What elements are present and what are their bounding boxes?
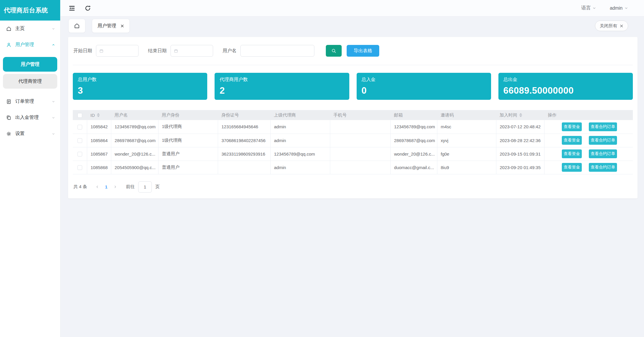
stat-total-withdrawal: 总出金 66089.50000000 bbox=[498, 73, 633, 100]
end-date-field[interactable] bbox=[181, 48, 210, 53]
document-icon bbox=[6, 99, 12, 105]
tab-home[interactable] bbox=[68, 19, 85, 33]
divider bbox=[73, 65, 633, 65]
page-number-1[interactable]: 1 bbox=[105, 184, 107, 189]
view-contract-orders-button[interactable]: 查看合约订单 bbox=[589, 136, 617, 145]
cell-parent: admin bbox=[270, 134, 330, 147]
cell-username: 123456789@qq.com bbox=[111, 120, 158, 134]
sidebar-item-home[interactable]: 主页 bbox=[0, 21, 60, 37]
cell-phone bbox=[330, 147, 390, 161]
refresh-icon[interactable] bbox=[84, 5, 91, 12]
chevron-down-icon bbox=[51, 132, 55, 136]
sidebar-menu: 主页 用户管理 用户管理 代理商管理 订单管理 bbox=[0, 21, 60, 142]
header-id-card: 身份证号 bbox=[218, 110, 270, 120]
search-button[interactable] bbox=[326, 45, 342, 57]
home-icon bbox=[6, 26, 12, 32]
tab-user-mgmt[interactable]: 用户管理 bbox=[92, 19, 130, 33]
cell-username: 286978687@qq.com bbox=[111, 134, 158, 147]
sidebar-item-order-mgmt[interactable]: 订单管理 bbox=[0, 93, 60, 109]
header-parent-agent: 上级代理商 bbox=[270, 110, 330, 120]
content-area: 用户管理 关闭所有 开始日期 bbox=[60, 16, 644, 337]
view-contract-orders-button[interactable]: 查看合约订单 bbox=[589, 122, 617, 131]
sidebar-item-fund-mgmt[interactable]: 出入金管理 bbox=[0, 109, 60, 126]
row-checkbox[interactable] bbox=[77, 125, 82, 129]
filter-row: 开始日期 结束日期 用户名 bbox=[73, 45, 633, 57]
header-join-time[interactable]: 加入时间 bbox=[496, 110, 544, 120]
view-contract-orders-button[interactable]: 查看合约订单 bbox=[589, 163, 617, 172]
row-checkbox[interactable] bbox=[77, 165, 82, 170]
row-checkbox[interactable] bbox=[77, 152, 82, 156]
start-date-label: 开始日期 bbox=[73, 48, 92, 54]
sort-icon[interactable] bbox=[97, 113, 100, 117]
user-icon bbox=[6, 42, 12, 48]
cell-username: wonder_20@126.c... bbox=[111, 147, 158, 161]
user-label: admin bbox=[610, 6, 623, 11]
start-date-input[interactable] bbox=[96, 45, 139, 57]
cell-invite: fg0e bbox=[437, 147, 496, 161]
main-area: 语言 admin 用户管理 bbox=[60, 0, 644, 337]
next-page-icon[interactable] bbox=[112, 185, 119, 189]
chevron-up-icon bbox=[51, 43, 55, 47]
username-field[interactable] bbox=[244, 48, 311, 53]
sidebar-item-label: 设置 bbox=[15, 131, 25, 137]
view-funds-button[interactable]: 查看资金 bbox=[562, 163, 582, 172]
sidebar-item-user-mgmt[interactable]: 用户管理 bbox=[0, 37, 60, 53]
cell-id-card: 362331198609293916 bbox=[218, 147, 270, 161]
view-contract-orders-button[interactable]: 查看合约订单 bbox=[589, 149, 617, 158]
calendar-icon bbox=[99, 49, 104, 53]
submenu-item-user-mgmt[interactable]: 用户管理 bbox=[3, 57, 57, 72]
close-icon[interactable] bbox=[120, 24, 124, 28]
submenu-item-agent-mgmt[interactable]: 代理商管理 bbox=[3, 74, 57, 89]
copy-files-icon bbox=[6, 115, 12, 121]
cell-role: 1级代理商 bbox=[158, 120, 218, 134]
search-icon bbox=[331, 48, 337, 54]
start-date-field[interactable] bbox=[106, 48, 135, 53]
chevron-down-icon bbox=[51, 116, 55, 120]
tab-label: 用户管理 bbox=[97, 23, 116, 29]
close-all-button[interactable]: 关闭所有 bbox=[595, 21, 628, 31]
sidebar-item-label: 用户管理 bbox=[15, 42, 34, 48]
row-checkbox[interactable] bbox=[77, 138, 82, 143]
end-date-label: 结束日期 bbox=[148, 48, 167, 54]
stat-value: 0 bbox=[362, 85, 486, 96]
goto-page-input[interactable] bbox=[138, 181, 152, 193]
cell-id-card: 370686198402287456 bbox=[218, 134, 270, 147]
header-role: 用户身份 bbox=[158, 110, 218, 120]
view-funds-button[interactable]: 查看资金 bbox=[562, 122, 582, 131]
stat-agent-users: 代理商用户数 2 bbox=[215, 73, 349, 100]
user-mgmt-submenu: 用户管理 代理商管理 bbox=[0, 53, 60, 93]
table-header-row: ID 用户名 用户身份 身份证号 上级代理商 手机号 邮箱 邀请码 加入时间 bbox=[73, 110, 633, 120]
chevron-down-icon bbox=[51, 27, 55, 31]
stat-value: 3 bbox=[78, 85, 202, 96]
view-funds-button[interactable]: 查看资金 bbox=[562, 149, 582, 158]
cell-role: 1级代理商 bbox=[158, 134, 218, 147]
cell-join: 2023-08-28 22:42:36 bbox=[496, 134, 544, 147]
view-funds-button[interactable]: 查看资金 bbox=[562, 136, 582, 145]
header-username: 用户名 bbox=[111, 110, 158, 120]
sidebar-item-label: 主页 bbox=[15, 26, 25, 32]
stat-value: 66089.50000000 bbox=[503, 85, 628, 96]
prev-page-icon[interactable] bbox=[94, 185, 101, 189]
end-date-input[interactable] bbox=[171, 45, 213, 57]
chevron-down-icon bbox=[592, 6, 596, 10]
username-input[interactable] bbox=[240, 45, 314, 57]
header-id[interactable]: ID bbox=[87, 110, 111, 120]
page-unit-label: 页 bbox=[155, 184, 160, 190]
cell-id-card: 123165684945646 bbox=[218, 120, 270, 134]
header-phone: 手机号 bbox=[330, 110, 390, 120]
cell-id: 1085842 bbox=[87, 120, 111, 134]
calendar-icon bbox=[174, 49, 178, 53]
collapse-sidebar-icon[interactable] bbox=[68, 5, 75, 12]
table-row: 1085842 123456789@qq.com 1级代理商 123165684… bbox=[73, 120, 633, 134]
cell-invite: 8iu9 bbox=[437, 161, 496, 174]
language-dropdown[interactable]: 语言 bbox=[581, 5, 596, 11]
stat-label: 总用户数 bbox=[78, 77, 202, 83]
cell-join: 2023-09-20 01:49:35 bbox=[496, 161, 544, 174]
user-dropdown[interactable]: admin bbox=[610, 6, 628, 11]
select-all-checkbox[interactable] bbox=[77, 113, 82, 118]
table-row: 1085864 286978687@qq.com 1级代理商 370686198… bbox=[73, 134, 633, 147]
sidebar-item-settings[interactable]: 设置 bbox=[0, 126, 60, 142]
cell-join: 2023-07-12 20:48:42 bbox=[496, 120, 544, 134]
export-button[interactable]: 导出表格 bbox=[347, 45, 379, 57]
sort-icon[interactable] bbox=[519, 113, 522, 117]
